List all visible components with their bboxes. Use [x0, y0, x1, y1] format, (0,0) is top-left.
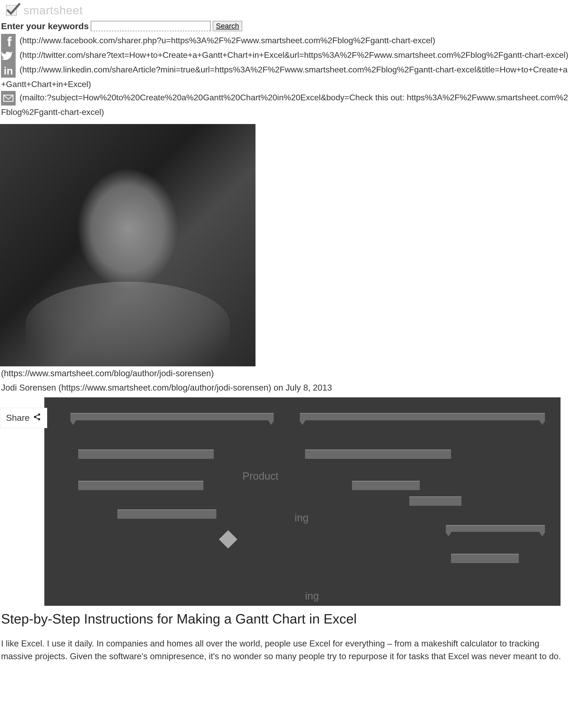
- site-header: smartsheet: [0, 0, 572, 21]
- share-icon: [33, 413, 41, 423]
- facebook-icon: f: [1, 34, 16, 49]
- share-twitter-url: (http://twitter.com/share?text=How+to+Cr…: [19, 50, 568, 60]
- linkedin-icon: in: [1, 63, 16, 78]
- svg-line-12: [35, 417, 39, 419]
- share-linkedin[interactable]: in (http://www.linkedin.com/shareArticle…: [1, 63, 571, 91]
- share-facebook-url: (http://www.facebook.com/sharer.php?u=ht…: [19, 36, 435, 45]
- svg-text:in: in: [4, 65, 13, 77]
- share-tab-label: Share: [6, 413, 30, 423]
- author-byline: Jodi Sorensen (https://www.smartsheet.co…: [0, 381, 572, 395]
- search-input[interactable]: [91, 21, 211, 31]
- search-label: Enter your keywords: [1, 21, 89, 31]
- search-form: Enter your keywords Search: [0, 21, 572, 34]
- twitter-icon: [1, 49, 16, 63]
- svg-line-11: [35, 415, 39, 416]
- share-email[interactable]: (mailto:?subject=How%20to%20Create%20a%2…: [1, 91, 571, 119]
- svg-text:f: f: [7, 34, 12, 49]
- hero-section: Share Product ing ing: [0, 397, 572, 606]
- share-facebook[interactable]: f (http://www.facebook.com/sharer.php?u=…: [1, 34, 571, 49]
- site-logo[interactable]: smartsheet: [5, 3, 83, 18]
- hero-text-ing1: ing: [295, 512, 308, 524]
- article-paragraph: I like Excel. I use it daily. In compani…: [1, 637, 571, 663]
- email-icon: [1, 91, 16, 105]
- checkmark-icon: [5, 3, 21, 18]
- author-profile-url[interactable]: (https://www.smartsheet.com/blog/author/…: [0, 367, 572, 381]
- brand-name: smartsheet: [23, 4, 83, 17]
- gantt-hero-image: Product ing ing: [44, 397, 561, 606]
- share-tab[interactable]: Share: [0, 408, 47, 428]
- author-photo[interactable]: [0, 124, 256, 367]
- article-heading: Step-by-Step Instructions for Making a G…: [1, 611, 571, 627]
- social-share-links: f (http://www.facebook.com/sharer.php?u=…: [0, 34, 572, 119]
- share-twitter[interactable]: (http://twitter.com/share?text=How+to+Cr…: [1, 49, 571, 63]
- hero-text-ing2: ing: [305, 590, 319, 602]
- share-email-url: (mailto:?subject=How%20to%20Create%20a%2…: [1, 93, 568, 117]
- search-button[interactable]: Search: [213, 21, 242, 31]
- hero-text-product: Product: [242, 470, 278, 482]
- svg-rect-6: [1, 91, 16, 105]
- share-linkedin-url: (http://www.linkedin.com/shareArticle?mi…: [1, 65, 568, 89]
